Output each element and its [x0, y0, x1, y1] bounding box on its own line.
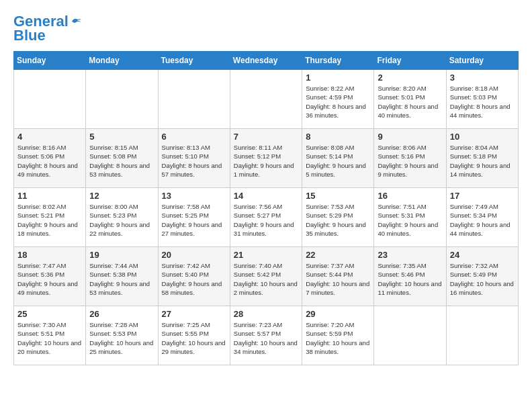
calendar-day-cell: 25 Sunrise: 7:30 AM Sunset: 5:51 PM Dayl… — [14, 306, 86, 365]
calendar-day-cell: 7 Sunrise: 8:11 AM Sunset: 5:12 PM Dayli… — [230, 129, 302, 188]
weekday-header-tuesday: Tuesday — [158, 52, 230, 70]
calendar-day-cell: 13 Sunrise: 7:58 AM Sunset: 5:25 PM Dayl… — [158, 188, 230, 247]
day-number: 23 — [378, 250, 442, 260]
calendar-week-row: 25 Sunrise: 7:30 AM Sunset: 5:51 PM Dayl… — [14, 306, 519, 365]
day-info: Sunrise: 7:58 AM Sunset: 5:25 PM Dayligh… — [162, 202, 226, 238]
day-number: 28 — [234, 309, 298, 319]
logo-bird-icon — [70, 15, 82, 28]
calendar-day-cell: 26 Sunrise: 7:28 AM Sunset: 5:53 PM Dayl… — [86, 306, 158, 365]
calendar-day-cell: 27 Sunrise: 7:25 AM Sunset: 5:55 PM Dayl… — [158, 306, 230, 365]
day-info: Sunrise: 8:06 AM Sunset: 5:16 PM Dayligh… — [378, 143, 442, 179]
calendar-day-cell: 18 Sunrise: 7:47 AM Sunset: 5:36 PM Dayl… — [14, 247, 86, 306]
day-info: Sunrise: 7:30 AM Sunset: 5:51 PM Dayligh… — [17, 320, 82, 356]
day-info: Sunrise: 8:16 AM Sunset: 5:06 PM Dayligh… — [17, 143, 82, 179]
day-number: 24 — [450, 250, 515, 260]
weekday-header-monday: Monday — [86, 52, 158, 70]
calendar-day-cell — [14, 70, 86, 129]
day-info: Sunrise: 8:02 AM Sunset: 5:21 PM Dayligh… — [17, 202, 82, 238]
weekday-header-friday: Friday — [374, 52, 446, 70]
day-info: Sunrise: 7:37 AM Sunset: 5:44 PM Dayligh… — [306, 261, 370, 297]
calendar-day-cell — [374, 306, 446, 365]
calendar-day-cell: 19 Sunrise: 7:44 AM Sunset: 5:38 PM Dayl… — [86, 247, 158, 306]
calendar-day-cell: 8 Sunrise: 8:08 AM Sunset: 5:14 PM Dayli… — [302, 129, 374, 188]
weekday-header-thursday: Thursday — [302, 52, 374, 70]
day-info: Sunrise: 8:18 AM Sunset: 5:03 PM Dayligh… — [450, 84, 515, 120]
calendar-day-cell: 28 Sunrise: 7:23 AM Sunset: 5:57 PM Dayl… — [230, 306, 302, 365]
calendar-day-cell: 15 Sunrise: 7:53 AM Sunset: 5:29 PM Dayl… — [302, 188, 374, 247]
weekday-header-row: SundayMondayTuesdayWednesdayThursdayFrid… — [14, 52, 519, 70]
calendar-day-cell: 10 Sunrise: 8:04 AM Sunset: 5:18 PM Dayl… — [446, 129, 518, 188]
day-info: Sunrise: 7:56 AM Sunset: 5:27 PM Dayligh… — [234, 202, 298, 238]
day-number: 9 — [378, 132, 442, 142]
calendar-day-cell: 3 Sunrise: 8:18 AM Sunset: 5:03 PM Dayli… — [446, 70, 518, 129]
day-number: 22 — [306, 250, 370, 260]
day-number: 17 — [450, 191, 515, 201]
day-number: 3 — [450, 73, 515, 83]
calendar-day-cell: 4 Sunrise: 8:16 AM Sunset: 5:06 PM Dayli… — [14, 129, 86, 188]
day-info: Sunrise: 8:11 AM Sunset: 5:12 PM Dayligh… — [234, 143, 298, 179]
weekday-header-saturday: Saturday — [446, 52, 518, 70]
day-number: 18 — [17, 250, 82, 260]
calendar-day-cell: 21 Sunrise: 7:40 AM Sunset: 5:42 PM Dayl… — [230, 247, 302, 306]
day-info: Sunrise: 7:49 AM Sunset: 5:34 PM Dayligh… — [450, 202, 515, 238]
calendar-day-cell — [446, 306, 518, 365]
day-info: Sunrise: 7:44 AM Sunset: 5:38 PM Dayligh… — [89, 261, 154, 297]
day-number: 25 — [17, 309, 82, 319]
logo: General Blue — [13, 13, 82, 44]
day-number: 21 — [234, 250, 298, 260]
day-number: 1 — [306, 73, 370, 83]
calendar-day-cell: 22 Sunrise: 7:37 AM Sunset: 5:44 PM Dayl… — [302, 247, 374, 306]
calendar-day-cell: 12 Sunrise: 8:00 AM Sunset: 5:23 PM Dayl… — [86, 188, 158, 247]
day-info: Sunrise: 8:22 AM Sunset: 4:59 PM Dayligh… — [306, 84, 370, 120]
day-info: Sunrise: 7:40 AM Sunset: 5:42 PM Dayligh… — [234, 261, 298, 297]
day-number: 27 — [162, 309, 226, 319]
day-number: 14 — [234, 191, 298, 201]
calendar-day-cell: 5 Sunrise: 8:15 AM Sunset: 5:08 PM Dayli… — [86, 129, 158, 188]
day-number: 11 — [17, 191, 82, 201]
day-info: Sunrise: 7:32 AM Sunset: 5:49 PM Dayligh… — [450, 261, 515, 297]
weekday-header-sunday: Sunday — [14, 52, 86, 70]
calendar-day-cell: 14 Sunrise: 7:56 AM Sunset: 5:27 PM Dayl… — [230, 188, 302, 247]
calendar-week-row: 11 Sunrise: 8:02 AM Sunset: 5:21 PM Dayl… — [14, 188, 519, 247]
calendar-week-row: 4 Sunrise: 8:16 AM Sunset: 5:06 PM Dayli… — [14, 129, 519, 188]
day-number: 16 — [378, 191, 442, 201]
calendar-day-cell — [230, 70, 302, 129]
calendar-day-cell: 23 Sunrise: 7:35 AM Sunset: 5:46 PM Dayl… — [374, 247, 446, 306]
calendar-day-cell: 2 Sunrise: 8:20 AM Sunset: 5:01 PM Dayli… — [374, 70, 446, 129]
day-number: 2 — [378, 73, 442, 83]
day-number: 13 — [162, 191, 226, 201]
day-info: Sunrise: 7:51 AM Sunset: 5:31 PM Dayligh… — [378, 202, 442, 238]
day-info: Sunrise: 8:00 AM Sunset: 5:23 PM Dayligh… — [89, 202, 154, 238]
day-info: Sunrise: 7:47 AM Sunset: 5:36 PM Dayligh… — [17, 261, 82, 297]
day-info: Sunrise: 7:53 AM Sunset: 5:29 PM Dayligh… — [306, 202, 370, 238]
day-info: Sunrise: 7:28 AM Sunset: 5:53 PM Dayligh… — [89, 320, 154, 356]
calendar-day-cell: 16 Sunrise: 7:51 AM Sunset: 5:31 PM Dayl… — [374, 188, 446, 247]
day-number: 5 — [89, 132, 154, 142]
day-number: 4 — [17, 132, 82, 142]
calendar-day-cell: 20 Sunrise: 7:42 AM Sunset: 5:40 PM Dayl… — [158, 247, 230, 306]
day-info: Sunrise: 7:23 AM Sunset: 5:57 PM Dayligh… — [234, 320, 298, 356]
day-info: Sunrise: 8:04 AM Sunset: 5:18 PM Dayligh… — [450, 143, 515, 179]
calendar-day-cell — [86, 70, 158, 129]
day-number: 29 — [306, 309, 370, 319]
weekday-header-wednesday: Wednesday — [230, 52, 302, 70]
calendar-day-cell: 6 Sunrise: 8:13 AM Sunset: 5:10 PM Dayli… — [158, 129, 230, 188]
calendar-day-cell: 1 Sunrise: 8:22 AM Sunset: 4:59 PM Dayli… — [302, 70, 374, 129]
day-info: Sunrise: 8:20 AM Sunset: 5:01 PM Dayligh… — [378, 84, 442, 120]
day-number: 6 — [162, 132, 226, 142]
calendar-day-cell: 9 Sunrise: 8:06 AM Sunset: 5:16 PM Dayli… — [374, 129, 446, 188]
calendar-table: SundayMondayTuesdayWednesdayThursdayFrid… — [13, 51, 519, 365]
day-number: 20 — [162, 250, 226, 260]
day-info: Sunrise: 8:15 AM Sunset: 5:08 PM Dayligh… — [89, 143, 154, 179]
calendar-week-row: 18 Sunrise: 7:47 AM Sunset: 5:36 PM Dayl… — [14, 247, 519, 306]
day-info: Sunrise: 8:08 AM Sunset: 5:14 PM Dayligh… — [306, 143, 370, 179]
calendar-day-cell: 17 Sunrise: 7:49 AM Sunset: 5:34 PM Dayl… — [446, 188, 518, 247]
day-info: Sunrise: 8:13 AM Sunset: 5:10 PM Dayligh… — [162, 143, 226, 179]
day-number: 7 — [234, 132, 298, 142]
day-info: Sunrise: 7:25 AM Sunset: 5:55 PM Dayligh… — [162, 320, 226, 356]
day-info: Sunrise: 7:42 AM Sunset: 5:40 PM Dayligh… — [162, 261, 226, 297]
day-number: 8 — [306, 132, 370, 142]
calendar-day-cell: 11 Sunrise: 8:02 AM Sunset: 5:21 PM Dayl… — [14, 188, 86, 247]
day-number: 19 — [89, 250, 154, 260]
calendar-week-row: 1 Sunrise: 8:22 AM Sunset: 4:59 PM Dayli… — [14, 70, 519, 129]
